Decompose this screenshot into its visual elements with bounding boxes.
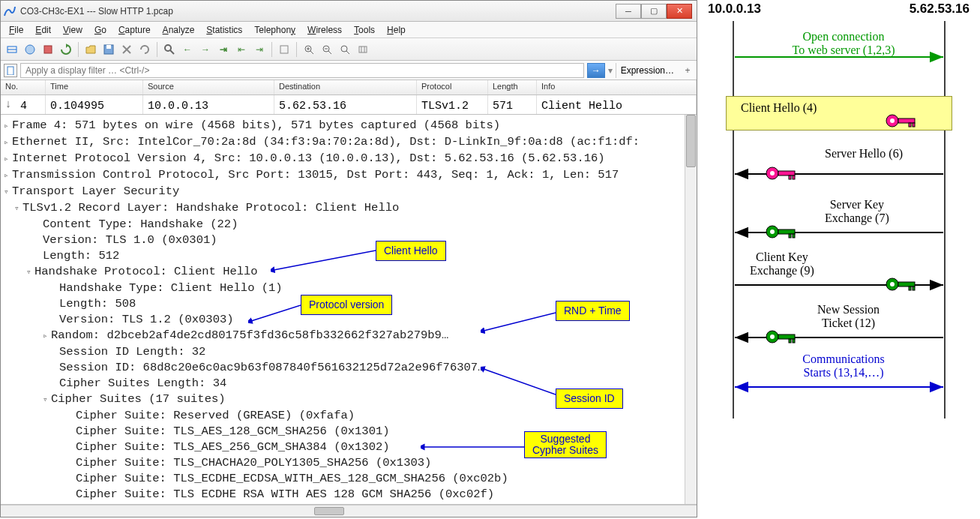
- detail-frame[interactable]: Frame 4: 571 bytes on wire (4568 bits), …: [12, 118, 500, 132]
- detail-sid[interactable]: Session ID: 68d8c20e6c0ac9b63f087840f561…: [59, 361, 484, 374]
- menu-file[interactable]: File: [4, 23, 28, 37]
- svg-point-2: [25, 45, 34, 54]
- tool-resize-icon[interactable]: [355, 41, 371, 58]
- detail-record[interactable]: TLSv1.2 Record Layer: Handshake Protocol…: [22, 201, 399, 214]
- menu-wireless[interactable]: Wireless: [302, 23, 347, 37]
- cell-src: 10.0.0.13: [143, 95, 274, 115]
- bookmark-icon[interactable]: [4, 64, 17, 77]
- tool-zoom1-icon[interactable]: [337, 41, 353, 58]
- menu-tools[interactable]: Tools: [349, 23, 380, 37]
- col-src[interactable]: Source: [143, 80, 274, 94]
- tool-autoscroll-icon[interactable]: [276, 41, 292, 58]
- tool-iface-icon[interactable]: [4, 41, 20, 58]
- maximize-button[interactable]: ▢: [641, 4, 667, 19]
- col-no[interactable]: No.: [1, 80, 46, 94]
- filter-apply-button[interactable]: →: [587, 63, 605, 78]
- col-time[interactable]: Time: [46, 80, 143, 94]
- col-info[interactable]: Info: [537, 80, 697, 94]
- tool-back-icon[interactable]: ←: [179, 41, 196, 58]
- tool-find-icon[interactable]: [161, 41, 178, 58]
- window-title: CO3-CH3c-EX1 --- Slow HTTP 1.pcap: [20, 6, 616, 16]
- filter-add-button[interactable]: +: [682, 65, 694, 76]
- svg-rect-57: [913, 286, 915, 290]
- menu-statistics[interactable]: Statistics: [201, 23, 247, 37]
- detail-hs-len[interactable]: Length: 508: [59, 297, 136, 310]
- menu-edit[interactable]: Edit: [30, 23, 56, 37]
- tool-start-icon[interactable]: [22, 41, 38, 58]
- detail-cs4[interactable]: Cipher Suite: TLS_CHACHA20_POLY1305_SHA2…: [76, 456, 431, 470]
- menu-help[interactable]: Help: [382, 23, 411, 37]
- col-len[interactable]: Length: [488, 80, 537, 94]
- tool-fwd-icon[interactable]: →: [197, 41, 214, 58]
- svg-point-49: [770, 230, 775, 234]
- svg-rect-61: [789, 339, 791, 343]
- detail-hsproto[interactable]: Handshake Protocol: Client Hello: [34, 265, 258, 278]
- toolbar: ← → ⇥ ⇤ ⇥: [1, 38, 697, 61]
- close-button[interactable]: ✕: [667, 4, 692, 19]
- packet-list[interactable]: ↓ 4 0.104995 10.0.0.13 5.62.53.16 TLSv1.…: [1, 95, 697, 115]
- tool-zoomout-icon[interactable]: [319, 41, 335, 58]
- tool-open-icon[interactable]: [82, 41, 99, 58]
- svg-rect-47: [793, 176, 795, 179]
- detail-cs-head[interactable]: Cipher Suites (17 suites): [51, 392, 226, 406]
- detail-rec-ver[interactable]: Version: TLS 1.0 (0x0301): [43, 233, 217, 247]
- tool-close-icon[interactable]: [118, 41, 135, 58]
- svg-line-16: [328, 51, 331, 54]
- svg-rect-46: [789, 176, 791, 179]
- svg-point-59: [770, 334, 775, 339]
- detail-random[interactable]: Random: d2bceb2af4de2cd80175f3fd36c58fb3…: [51, 328, 448, 342]
- display-filter-input[interactable]: [20, 63, 584, 78]
- detail-sid-len[interactable]: Session ID Length: 32: [59, 345, 205, 358]
- tool-stop-icon[interactable]: [40, 41, 56, 58]
- cell-proto: TLSv1.2: [417, 95, 488, 115]
- wireshark-window: CO3-CH3c-EX1 --- Slow HTTP 1.pcap ─ ▢ ✕ …: [0, 0, 697, 518]
- menu-go[interactable]: Go: [89, 23, 112, 37]
- detail-cs6[interactable]: Cipher Suite: TLS ECDHE RSA WITH AES 128…: [76, 488, 494, 501]
- detail-rec-len[interactable]: Length: 512: [43, 249, 119, 262]
- col-dst[interactable]: Destination: [274, 80, 417, 94]
- seq-left-addr: 10.0.0.13: [708, 2, 761, 16]
- detail-ctype[interactable]: Content Type: Handshake (22): [43, 218, 238, 231]
- seq-open: Open connectionTo web server (1,2,3): [765, 30, 922, 57]
- titlebar: CO3-CH3c-EX1 --- Slow HTTP 1.pcap ─ ▢ ✕: [1, 1, 697, 22]
- tool-reload-icon[interactable]: [136, 41, 153, 58]
- detail-tcp[interactable]: Transmission Control Protocol, Src Port:…: [12, 168, 619, 182]
- tool-first-icon[interactable]: ⇤: [233, 41, 250, 58]
- filter-expression-button[interactable]: Expression…: [616, 63, 679, 78]
- svg-rect-51: [789, 234, 791, 238]
- tool-last-icon[interactable]: ⇥: [251, 41, 268, 58]
- detail-eth[interactable]: Ethernet II, Src: IntelCor_70:2a:8d (34:…: [12, 135, 640, 148]
- tool-save-icon[interactable]: [100, 41, 117, 58]
- detail-cs1[interactable]: Cipher Suite: Reserved (GREASE) (0xfafa): [76, 409, 355, 422]
- svg-point-8: [165, 45, 171, 51]
- detail-cs2[interactable]: Cipher Suite: TLS_AES_128_GCM_SHA256 (0x…: [76, 424, 390, 438]
- minimize-button[interactable]: ─: [616, 4, 641, 19]
- tool-restart-icon[interactable]: [58, 41, 74, 58]
- detail-cs-len[interactable]: Cipher Suites Length: 34: [59, 376, 226, 390]
- cell-len: 571: [488, 95, 537, 115]
- menu-analyze[interactable]: Analyze: [157, 23, 200, 37]
- svg-rect-10: [280, 46, 288, 53]
- svg-point-18: [341, 46, 347, 52]
- menu-view[interactable]: View: [58, 23, 88, 37]
- menu-telephony[interactable]: Telephony: [249, 23, 301, 37]
- tool-zoomin-icon[interactable]: [301, 41, 317, 58]
- menubar: File Edit View Go Capture Analyze Statis…: [1, 22, 697, 38]
- packet-row[interactable]: ↓ 4 0.104995 10.0.0.13 5.62.53.16 TLSv1.…: [1, 95, 697, 115]
- col-proto[interactable]: Protocol: [417, 80, 488, 94]
- details-hscroll[interactable]: [1, 505, 697, 517]
- svg-line-9: [170, 50, 174, 54]
- detail-hstype[interactable]: Handshake Type: Client Hello (1): [59, 281, 283, 295]
- detail-hs-ver[interactable]: Version: TLS 1.2 (0x0303): [59, 313, 234, 326]
- detail-cs3[interactable]: Cipher Suite: TLS_AES_256_GCM_SHA384 (0x…: [76, 440, 390, 454]
- svg-rect-23: [7, 67, 13, 75]
- packet-list-header: No. Time Source Destination Protocol Len…: [1, 80, 697, 95]
- packet-details[interactable]: ▹Frame 4: 571 bytes on wire (4568 bits),…: [1, 115, 697, 505]
- cell-time: 0.104995: [46, 95, 143, 115]
- seq-skey: Server KeyExchange (7): [825, 198, 889, 225]
- detail-tls[interactable]: Transport Layer Security: [12, 184, 179, 198]
- tool-jump-icon[interactable]: ⇥: [215, 41, 232, 58]
- detail-ip[interactable]: Internet Protocol Version 4, Src: 10.0.0…: [12, 152, 605, 165]
- detail-cs5[interactable]: Cipher Suite: TLS_ECDHE_ECDSA_WITH_AES_1…: [76, 472, 508, 485]
- menu-capture[interactable]: Capture: [113, 23, 156, 37]
